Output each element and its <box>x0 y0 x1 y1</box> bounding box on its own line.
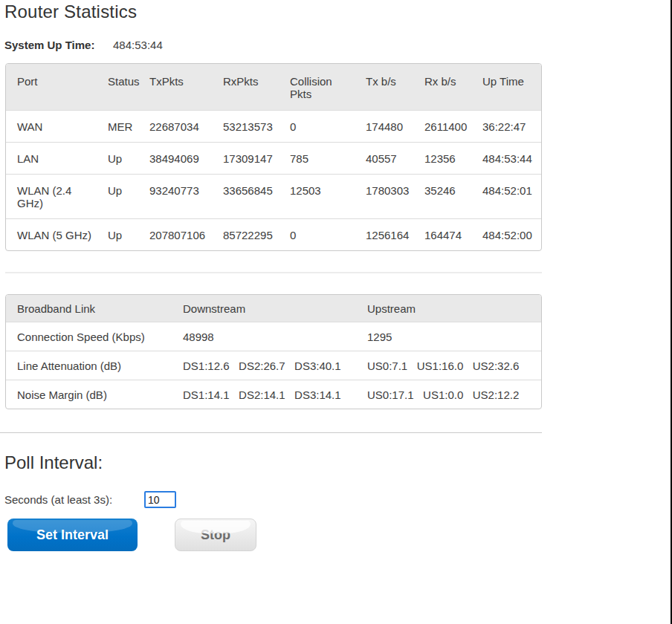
system-uptime-value: 484:53:44 <box>113 39 163 51</box>
cell-collision: 0 <box>290 218 366 250</box>
cell-rxpkts: 85722295 <box>223 218 290 250</box>
cell-upstream: US0:7.1 US1:16.0 US2:32.6 <box>367 351 541 380</box>
cell-downstream: 48998 <box>183 322 367 351</box>
broadband-table-header-row: Broadband Link Downstream Upstream <box>6 295 541 322</box>
cell-rxpkts: 33656845 <box>223 174 290 218</box>
table-row-wlan-5: WLAN (5 GHz) Up 207807106 85722295 0 125… <box>6 218 541 250</box>
col-header-downstream: Downstream <box>183 295 367 322</box>
cell-label: Line Attenuation (dB) <box>6 351 183 380</box>
cell-status: Up <box>108 174 149 218</box>
cell-tx-bs: 1780303 <box>366 174 424 218</box>
cell-rx-bs: 35246 <box>424 174 482 218</box>
cell-status: MER <box>108 110 149 142</box>
col-header-txpkts: TxPkts <box>149 64 223 110</box>
stop-button[interactable]: Stop <box>175 519 256 551</box>
cell-txpkts: 22687034 <box>149 110 223 142</box>
poll-interval-heading: Poll Interval: <box>4 452 672 473</box>
section-divider <box>5 272 542 273</box>
cell-tx-bs: 40557 <box>366 142 424 174</box>
col-header-rxpkts: RxPkts <box>223 64 290 110</box>
broadband-link-table: Broadband Link Downstream Upstream Conne… <box>5 294 542 409</box>
table-row-noise-margin: Noise Margin (dB) DS1:14.1 DS2:14.1 DS3:… <box>6 380 541 409</box>
cell-txpkts: 93240773 <box>149 174 223 218</box>
cell-status: Up <box>108 142 149 174</box>
cell-tx-bs: 174480 <box>366 110 424 142</box>
col-header-status: Status <box>108 64 149 110</box>
set-interval-button-label: Set Interval <box>36 527 109 542</box>
cell-upstream: 1295 <box>367 322 541 351</box>
cell-label: Connection Speed (Kbps) <box>6 322 183 351</box>
col-header-port: Port <box>6 64 108 110</box>
cell-collision: 785 <box>290 142 366 174</box>
cell-up-time: 484:53:44 <box>482 142 541 174</box>
cell-up-time: 484:52:01 <box>482 174 541 218</box>
col-header-upstream: Upstream <box>367 295 541 322</box>
seconds-label: Seconds (at least 3s): <box>4 493 144 506</box>
cell-tx-bs: 1256164 <box>366 218 424 250</box>
cell-port: LAN <box>6 142 108 174</box>
cell-status: Up <box>108 218 149 250</box>
page-title: Router Statistics <box>4 1 672 22</box>
col-header-rx-bs: Rx b/s <box>424 64 482 110</box>
port-statistics-table: Port Status TxPkts RxPkts Collision Pkts… <box>5 63 542 251</box>
table-row-wlan-24: WLAN (2.4 GHz) Up 93240773 33656845 1250… <box>6 174 541 218</box>
col-header-up-time: Up Time <box>482 64 541 110</box>
table-row-line-attenuation: Line Attenuation (dB) DS1:12.6 DS2:26.7 … <box>6 351 541 380</box>
cell-downstream: DS1:14.1 DS2:14.1 DS3:14.1 <box>183 380 367 409</box>
port-table-header-row: Port Status TxPkts RxPkts Collision Pkts… <box>6 64 541 110</box>
stop-button-label: Stop <box>201 527 230 542</box>
cell-rxpkts: 53213573 <box>223 110 290 142</box>
cell-collision: 0 <box>290 110 366 142</box>
cell-collision: 12503 <box>290 174 366 218</box>
table-row-lan: LAN Up 38494069 17309147 785 40557 12356… <box>6 142 541 174</box>
poll-seconds-input[interactable] <box>144 491 176 508</box>
cell-txpkts: 38494069 <box>149 142 223 174</box>
col-header-broadband-link: Broadband Link <box>6 295 183 322</box>
cell-rxpkts: 17309147 <box>223 142 290 174</box>
cell-rx-bs: 164474 <box>424 218 482 250</box>
cell-txpkts: 207807106 <box>149 218 223 250</box>
router-statistics-page: Router Statistics System Up Time: 484:53… <box>0 0 672 551</box>
cell-rx-bs: 12356 <box>424 142 482 174</box>
poll-seconds-row: Seconds (at least 3s): <box>4 491 672 508</box>
cell-downstream: DS1:12.6 DS2:26.7 DS3:40.1 <box>183 351 367 380</box>
cell-rx-bs: 2611400 <box>424 110 482 142</box>
col-header-tx-bs: Tx b/s <box>366 64 424 110</box>
system-uptime-label: System Up Time: <box>4 39 113 51</box>
system-uptime-row: System Up Time: 484:53:44 <box>4 39 672 51</box>
cell-port: WAN <box>6 110 108 142</box>
table-row-connection-speed: Connection Speed (Kbps) 48998 1295 <box>6 322 541 351</box>
cell-port: WLAN (2.4 GHz) <box>6 174 108 218</box>
poll-buttons-row: Set Interval Stop <box>3 519 672 551</box>
cell-up-time: 484:52:00 <box>482 218 541 250</box>
set-interval-button[interactable]: Set Interval <box>7 519 138 551</box>
cell-upstream: US0:17.1 US1:0.0 US2:12.2 <box>367 380 541 409</box>
cell-port: WLAN (5 GHz) <box>6 218 108 250</box>
section-divider <box>0 432 542 433</box>
cell-up-time: 36:22:47 <box>482 110 541 142</box>
table-row-wan: WAN MER 22687034 53213573 0 174480 26114… <box>6 110 541 142</box>
col-header-collision-pkts: Collision Pkts <box>290 64 366 110</box>
cell-label: Noise Margin (dB) <box>6 380 183 409</box>
